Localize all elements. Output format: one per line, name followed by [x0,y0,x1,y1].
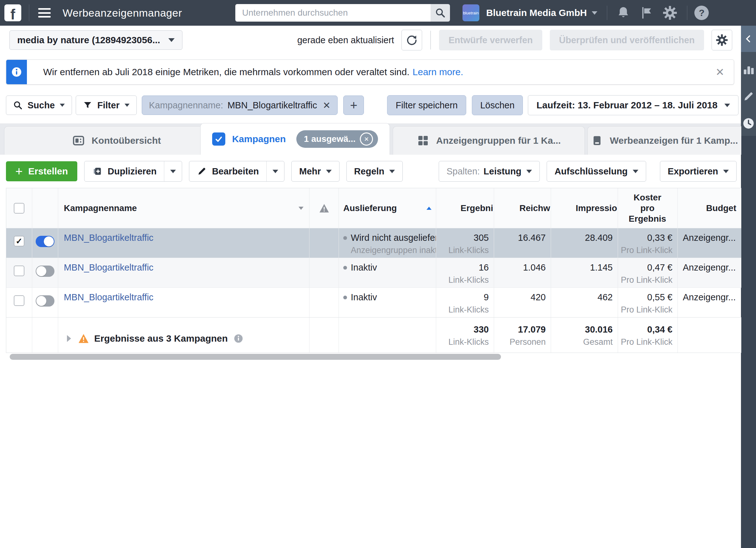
menu-icon[interactable] [38,8,51,18]
campaign-name-filter-tag[interactable]: Kampagnenname: MBN_Blogartikeltraffic [142,95,338,115]
help-button[interactable]: ? [694,6,709,20]
discard-drafts-button[interactable]: Entwürfe verwerfen [439,30,542,50]
create-button[interactable]: Erstellen [6,161,77,181]
filter-button[interactable]: Filter [76,95,137,115]
chevron-down-icon [273,170,278,173]
pencil-icon [743,90,754,102]
tab-adsets[interactable]: Anzeigengruppen für 1 Ka... [393,126,585,155]
review-publish-button[interactable]: Überprüfen und veröffentlichen [550,30,704,50]
reach-value: 420 [531,292,546,303]
collapse-panel-button[interactable] [741,26,756,52]
divider [29,4,29,21]
table-header: Kampagnenname Auslieferung Ergebni Reich… [6,188,741,228]
scrollbar-thumb[interactable] [10,354,501,360]
column-header-delivery[interactable]: Auslieferung [339,188,436,228]
history-panel-button[interactable] [741,115,756,132]
campaign-status-toggle[interactable] [36,295,54,307]
export-label: Exportieren [668,166,718,177]
column-header-impressions[interactable]: Impressio [551,188,618,228]
edit-menu-button[interactable] [266,161,284,181]
save-filter-button[interactable]: Filter speichern [387,95,466,115]
tab-account-overview[interactable]: Kontoübersicht [4,126,229,155]
duplicate-button[interactable]: Duplizieren [84,161,182,182]
filter-bar: Suche Filter Kampagnenname: MBN_Blogarti… [0,95,741,115]
info-icon[interactable] [233,334,248,344]
column-header-budget[interactable]: Budget [678,188,741,228]
export-button[interactable]: Exportieren [660,161,737,182]
avatar: bluetrain [462,4,479,21]
more-button[interactable]: Mehr [291,161,339,182]
adsets-grid-icon [417,134,429,147]
settings-button[interactable] [662,5,677,20]
charts-panel-button[interactable] [741,61,756,78]
campaign-name-link[interactable]: MBN_Blogartikeltraffic [58,292,153,302]
delete-filter-button[interactable]: Löschen [472,95,523,115]
expand-icon[interactable] [67,335,71,342]
rail-lower-panel [741,136,756,548]
bar-chart-icon [742,63,755,76]
column-header-reach[interactable]: Reichw [494,188,551,228]
status-dot [343,266,347,269]
facebook-logo[interactable]: f [4,4,21,21]
chevron-down-icon [170,170,176,173]
search-button[interactable] [431,4,450,22]
chevron-down-icon [633,170,638,173]
learn-more-link[interactable]: Learn more. [413,67,463,77]
column-header-results[interactable]: Ergebni [436,188,494,228]
edit-panel-button[interactable] [741,88,756,105]
chevron-down-icon [326,170,332,173]
impressions-value: 1.145 [590,262,613,273]
duplicate-menu-button[interactable] [164,161,182,181]
row-checkbox[interactable] [14,236,24,246]
close-icon[interactable] [323,100,330,111]
breakdown-button[interactable]: Aufschlüsselung [547,161,646,182]
close-icon[interactable] [716,66,725,78]
tab-ads[interactable]: Werbeanzeigen für 1 Kamp... [587,126,741,155]
clear-selection-icon[interactable] [360,132,373,146]
sort-ascending-icon [427,207,432,210]
ad-account-name: media by nature (12894923056... [17,35,160,45]
refresh-button[interactable] [401,30,422,50]
account-menu[interactable]: bluetrain Bluetrain Media GmbH [462,4,598,21]
toggle-column-header [32,188,58,228]
actions-toolbar: Erstellen Duplizieren Bearbeiten [0,155,741,188]
column-header-issues[interactable] [309,188,339,228]
header-label: Auslieferung [343,203,397,213]
cost-unit: Pro Link-Klick [621,337,672,347]
row-checkbox[interactable] [14,295,24,306]
notifications-button[interactable] [616,6,631,20]
filter-tag-field: Kampagnenname: [149,100,223,110]
selected-count-badge[interactable]: 1 ausgewä... [296,130,378,148]
campaign-status-toggle[interactable] [36,265,54,277]
sort-icon[interactable] [299,207,304,210]
campaigns-table: Kampagnenname Auslieferung Ergebni Reich… [6,188,741,353]
main-area: media by nature (12894923056... gerade e… [0,26,741,548]
toolbar-settings-button[interactable] [712,30,732,50]
columns-button[interactable]: Spalten: Leistung [439,161,540,182]
row-checkbox[interactable] [14,265,24,276]
search-input[interactable] [235,4,431,22]
ad-account-selector[interactable]: media by nature (12894923056... [9,30,182,50]
refresh-icon [406,34,418,46]
edit-label: Bearbeiten [212,166,259,177]
edit-button[interactable]: Bearbeiten [189,161,284,182]
header-label: Koster [634,192,661,203]
campaign-name-link[interactable]: MBN_Blogartikeltraffic [58,233,153,243]
date-range-selector[interactable]: Laufzeit: 13. Februar 2012 – 18. Juli 20… [528,95,738,115]
add-filter-button[interactable] [343,95,364,115]
flags-button[interactable] [639,6,654,20]
column-header-cost[interactable]: Koster pro Ergebnis [618,188,678,228]
results-unit: Link-Klicks [448,337,489,347]
rules-button[interactable]: Regeln [346,161,403,182]
select-all-checkbox[interactable] [14,203,24,213]
more-label: Mehr [299,166,321,177]
reach-value: 16.467 [518,233,546,243]
campaign-status-toggle[interactable] [36,236,54,247]
bell-icon [616,6,631,20]
search-filter-button[interactable]: Suche [6,95,72,115]
tab-campaigns[interactable]: Kampagnen 1 ausgewä... [200,123,390,155]
campaign-name-link[interactable]: MBN_Blogartikeltraffic [58,262,153,272]
entity-tabs: Kontoübersicht Kampagnen 1 ausgewä... An… [0,123,741,155]
warning-icon [319,203,329,213]
column-header-name[interactable]: Kampagnenname [58,188,309,228]
